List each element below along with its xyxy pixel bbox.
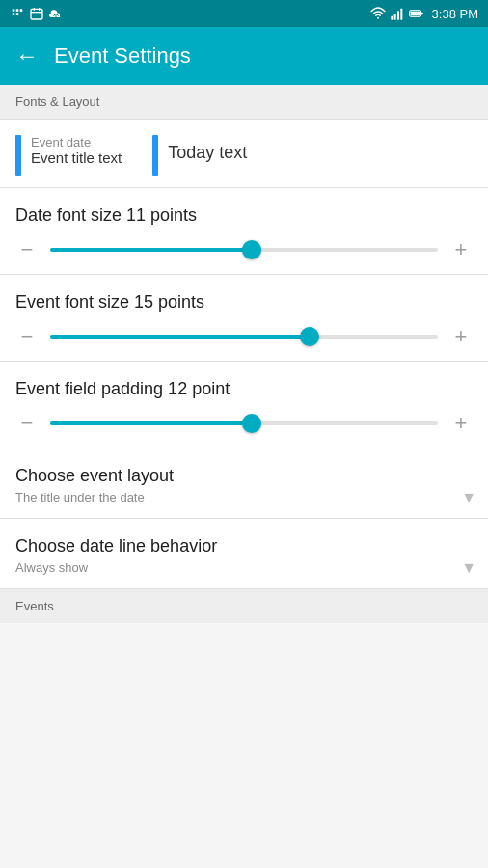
date-font-size-label: Date font size 11 points — [15, 205, 473, 226]
today-preview-item: Today text — [152, 135, 247, 176]
date-font-size-minus[interactable]: − — [15, 239, 39, 260]
event-font-size-thumb[interactable] — [300, 327, 319, 346]
svg-rect-14 — [400, 9, 402, 20]
event-font-size-row: Event font size 15 points − + — [0, 275, 488, 362]
events-section-header: Events — [0, 589, 488, 623]
date-font-size-plus[interactable]: + — [449, 239, 473, 260]
choose-event-layout-title: Choose event layout — [15, 466, 473, 486]
event-font-size-track[interactable] — [50, 335, 438, 339]
choose-event-layout-chevron: ▼ — [461, 489, 476, 506]
event-preview-item: Event date Event title text — [15, 135, 122, 176]
date-font-size-slider-container[interactable]: − + — [15, 239, 473, 260]
choose-date-line-chevron: ▼ — [461, 559, 476, 577]
event-field-padding-row: Event field padding 12 point − + — [0, 362, 488, 448]
cloud-upload-icon — [48, 6, 64, 21]
svg-rect-3 — [13, 13, 15, 15]
date-font-size-fill — [50, 248, 252, 252]
svg-rect-4 — [16, 13, 19, 15]
svg-rect-17 — [410, 12, 420, 16]
status-icons: 3:38 PM — [370, 6, 478, 21]
preview-row: Event date Event title text Today text — [0, 120, 488, 188]
event-color-bar — [15, 135, 21, 176]
fonts-layout-section-header: Fonts & Layout — [0, 85, 488, 120]
svg-rect-5 — [31, 9, 42, 19]
app-bar-title: Event Settings — [54, 43, 191, 68]
event-field-padding-fill — [50, 421, 252, 425]
today-color-bar — [152, 135, 158, 176]
left-status-icons — [10, 6, 64, 21]
date-font-size-row: Date font size 11 points − + — [0, 188, 488, 275]
event-date-label: Event date — [31, 135, 122, 149]
event-field-padding-track[interactable] — [50, 421, 438, 425]
event-font-size-slider-container[interactable]: − + — [15, 326, 473, 347]
date-font-size-thumb[interactable] — [242, 240, 261, 259]
content-area: Event date Event title text Today text D… — [0, 120, 488, 589]
status-time: 3:38 PM — [432, 7, 478, 21]
today-text-label: Today text — [168, 143, 247, 163]
status-bar: 3:38 PM — [0, 0, 488, 27]
svg-point-10 — [377, 17, 379, 19]
app-bar: ← Event Settings — [0, 27, 488, 85]
svg-rect-13 — [397, 11, 399, 19]
event-field-padding-label: Event field padding 12 point — [15, 379, 473, 399]
back-button[interactable]: ← — [15, 42, 39, 69]
calendar-icon — [29, 6, 44, 21]
svg-rect-2 — [20, 9, 23, 12]
event-title-text: Event title text — [31, 149, 122, 166]
choose-date-line-subtitle: Always show — [15, 560, 473, 575]
wifi-icon — [370, 6, 386, 21]
battery-icon — [409, 6, 424, 21]
event-font-size-fill — [50, 335, 310, 339]
event-field-padding-minus[interactable]: − — [15, 413, 39, 434]
event-font-size-minus[interactable]: − — [15, 326, 39, 347]
choose-event-layout-row[interactable]: Choose event layout The title under the … — [0, 448, 488, 519]
event-font-size-label: Event font size 15 points — [15, 292, 473, 312]
notification-icon — [10, 6, 25, 21]
event-text-group: Event date Event title text — [31, 135, 122, 166]
event-field-padding-slider-container[interactable]: − + — [15, 413, 473, 434]
svg-rect-1 — [16, 9, 19, 12]
svg-rect-0 — [13, 9, 15, 12]
event-field-padding-thumb[interactable] — [242, 414, 261, 433]
svg-rect-11 — [391, 16, 393, 20]
signal-icon — [390, 6, 405, 21]
svg-rect-16 — [420, 13, 422, 15]
event-field-padding-plus[interactable]: + — [449, 413, 473, 434]
choose-event-layout-subtitle: The title under the date — [15, 490, 473, 504]
date-font-size-track[interactable] — [50, 248, 438, 252]
choose-date-line-behavior-row[interactable]: Choose date line behavior Always show ▼ — [0, 519, 488, 589]
event-font-size-plus[interactable]: + — [449, 326, 473, 347]
svg-rect-12 — [393, 14, 395, 20]
choose-date-line-title: Choose date line behavior — [15, 536, 473, 556]
